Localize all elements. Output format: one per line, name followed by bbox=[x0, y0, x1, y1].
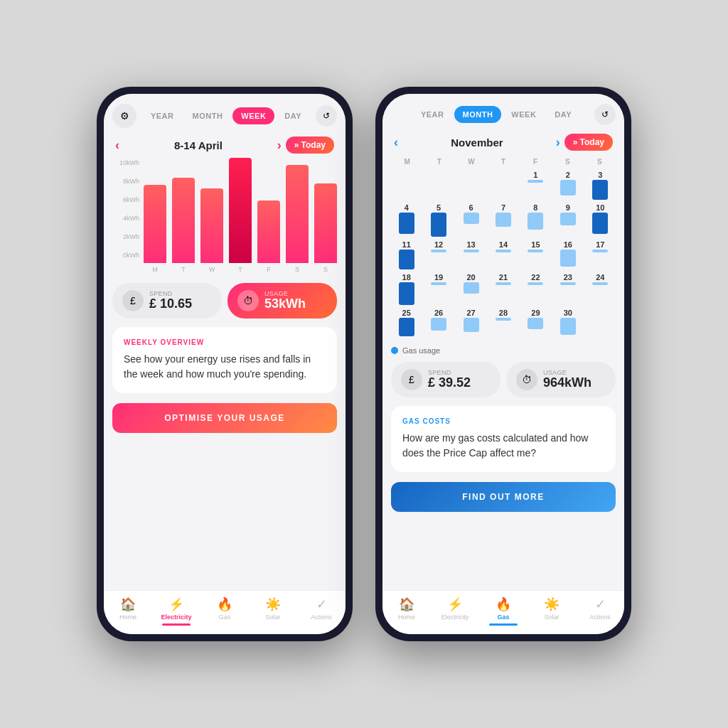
date-nav-2: ‹ November › » Today bbox=[382, 131, 624, 154]
info-label-1: WEEKLY OVERVIEW bbox=[124, 338, 326, 346]
nav-electricity-1[interactable]: ⚡ Electricity bbox=[152, 596, 200, 626]
nav-gas-2[interactable]: 🔥 Gas bbox=[479, 596, 528, 626]
cal-day-27[interactable]: 27 bbox=[456, 308, 486, 338]
usage-card-2: ⏱ Usage 964kWh bbox=[506, 362, 616, 397]
nav-home-1[interactable]: 🏠 Home bbox=[104, 596, 152, 626]
cta-button-1[interactable]: OPTIMISE YOUR USAGE bbox=[112, 403, 337, 433]
date-nav-1: ‹ 8-14 April › » Today bbox=[104, 134, 346, 156]
tab-week-1[interactable]: WEEK bbox=[232, 107, 274, 124]
period-tabs-2: YEAR MONTH WEEK DAY bbox=[401, 106, 592, 123]
phone-electricity: ⚙ YEAR MONTH WEEK DAY ↺ ‹ 8-14 April › »… bbox=[97, 87, 353, 641]
cal-empty-3: x bbox=[456, 170, 486, 201]
cal-day-3[interactable]: 3 bbox=[585, 170, 616, 201]
tab-year-2[interactable]: YEAR bbox=[412, 106, 453, 123]
bar-tuesday: T bbox=[172, 178, 195, 273]
spend-value-2: £ 39.52 bbox=[428, 376, 491, 390]
bar-wednesday: W bbox=[200, 188, 223, 273]
spend-icon-1: £ bbox=[122, 290, 144, 311]
usage-value-1: 53kWh bbox=[264, 297, 327, 311]
cal-day-14[interactable]: 14 bbox=[488, 240, 518, 271]
nav-solar-1[interactable]: ☀️ Solar bbox=[249, 596, 297, 626]
cal-day-29[interactable]: 29 bbox=[520, 308, 551, 338]
cal-day-17[interactable]: 17 bbox=[585, 240, 616, 271]
nav-solar-2[interactable]: ☀️ Solar bbox=[528, 596, 576, 626]
tab-month-2[interactable]: MONTH bbox=[454, 106, 502, 123]
date-label-2: November bbox=[451, 136, 503, 149]
calendar-grid: x x x x 1 2 3 4 5 6 7 8 9 10 11 bbox=[391, 170, 616, 338]
stats-row-1: £ Spend £ 10.65 ⏱ Usage 53kWh bbox=[104, 279, 346, 323]
cal-day-20[interactable]: 20 bbox=[456, 272, 486, 306]
cal-empty-1: x bbox=[391, 170, 422, 201]
tab-week-2[interactable]: WEEK bbox=[503, 106, 545, 123]
cal-day-7[interactable]: 7 bbox=[488, 203, 518, 238]
cal-day-30[interactable]: 30 bbox=[552, 308, 583, 338]
calendar-area: M T W T F S S x x x x 1 2 3 bbox=[382, 154, 624, 343]
tab-year-1[interactable]: YEAR bbox=[142, 107, 183, 124]
tab-month-1[interactable]: MONTH bbox=[184, 107, 232, 124]
cal-day-16[interactable]: 16 bbox=[552, 240, 583, 271]
today-label-2: Today bbox=[580, 137, 604, 147]
stats-row-2: £ Spend £ 39.52 ⏱ Usage 964kWh bbox=[382, 358, 624, 402]
cal-empty-4: x bbox=[488, 170, 518, 201]
bar-thursday: T bbox=[229, 158, 252, 273]
spend-icon-2: £ bbox=[401, 369, 422, 390]
nav-electricity-2[interactable]: ⚡ Electricity bbox=[431, 596, 479, 626]
cal-day-13[interactable]: 13 bbox=[456, 240, 486, 271]
cal-day-22[interactable]: 22 bbox=[520, 272, 551, 306]
refresh-button-2[interactable]: ↺ bbox=[594, 104, 616, 125]
nav-actions-1[interactable]: ✓ Actions bbox=[297, 596, 346, 626]
next-arrow-1[interactable]: › bbox=[277, 138, 282, 153]
settings-icon[interactable]: ⚙ bbox=[112, 104, 136, 128]
bar-sunday: S bbox=[314, 183, 337, 273]
cal-day-19[interactable]: 19 bbox=[423, 272, 454, 306]
usage-value-2: 964kWh bbox=[543, 376, 606, 390]
cal-day-26[interactable]: 26 bbox=[423, 308, 454, 338]
cal-day-2[interactable]: 2 bbox=[552, 170, 583, 201]
cal-day-8[interactable]: 8 bbox=[520, 203, 551, 238]
nav-actions-2[interactable]: ✓ Actions bbox=[576, 596, 624, 626]
info-card-2: GAS COSTS How are my gas costs calculate… bbox=[391, 406, 616, 472]
cal-day-25[interactable]: 25 bbox=[391, 308, 422, 338]
bottom-nav-2: 🏠 Home ⚡ Electricity 🔥 Gas ☀️ Solar bbox=[382, 590, 624, 634]
cta-button-2[interactable]: FIND OUT MORE bbox=[391, 482, 616, 512]
tab-bar-electricity: ⚙ YEAR MONTH WEEK DAY ↺ bbox=[104, 94, 346, 134]
tab-day-2[interactable]: DAY bbox=[546, 106, 580, 123]
cal-day-9[interactable]: 9 bbox=[552, 203, 583, 238]
cal-day-6[interactable]: 6 bbox=[456, 203, 486, 238]
scene: ⚙ YEAR MONTH WEEK DAY ↺ ‹ 8-14 April › »… bbox=[0, 0, 728, 728]
cal-day-28[interactable]: 28 bbox=[488, 308, 518, 338]
next-arrow-2[interactable]: › bbox=[556, 135, 560, 150]
cal-day-23[interactable]: 23 bbox=[552, 272, 583, 306]
cal-day-11[interactable]: 11 bbox=[391, 240, 422, 271]
cal-day-12[interactable]: 12 bbox=[423, 240, 454, 271]
nav-home-2[interactable]: 🏠 Home bbox=[382, 596, 431, 626]
prev-arrow-1[interactable]: ‹ bbox=[115, 138, 119, 153]
cal-day-10[interactable]: 10 bbox=[585, 203, 616, 238]
phone-gas: YEAR MONTH WEEK DAY ↺ ‹ November › » Tod… bbox=[375, 87, 631, 641]
cal-day-18[interactable]: 18 bbox=[391, 272, 422, 306]
date-label-1: 8-14 April bbox=[174, 139, 223, 151]
cal-empty-2: x bbox=[423, 170, 454, 201]
gas-legend: Gas usage bbox=[382, 343, 624, 358]
usage-card-1: ⏱ Usage 53kWh bbox=[228, 283, 337, 318]
y-axis: 10kWh 8kWh 6kWh 4kWh 2kWh 0kWh bbox=[112, 159, 142, 259]
today-button-1[interactable]: » Today bbox=[286, 136, 334, 154]
cal-day-24[interactable]: 24 bbox=[585, 272, 616, 306]
info-text-1: See how your energy use rises and falls … bbox=[124, 352, 326, 382]
bottom-nav-1: 🏠 Home ⚡ Electricity 🔥 Gas ☀️ Solar bbox=[104, 590, 346, 634]
cal-day-21[interactable]: 21 bbox=[488, 272, 518, 306]
usage-icon-2: ⏱ bbox=[516, 369, 537, 390]
today-button-2[interactable]: » Today bbox=[564, 134, 613, 151]
tab-day-1[interactable]: DAY bbox=[276, 107, 310, 124]
info-card-1: WEEKLY OVERVIEW See how your energy use … bbox=[112, 327, 337, 393]
cal-day-4[interactable]: 4 bbox=[391, 203, 422, 238]
nav-gas-1[interactable]: 🔥 Gas bbox=[200, 596, 249, 626]
bar-saturday: S bbox=[286, 165, 309, 273]
cal-day-1[interactable]: 1 bbox=[520, 170, 551, 201]
prev-arrow-2[interactable]: ‹ bbox=[394, 135, 398, 150]
spend-card-1: £ Spend £ 10.65 bbox=[112, 283, 222, 318]
refresh-button-1[interactable]: ↺ bbox=[316, 105, 337, 127]
bar-chart: 10kWh 8kWh 6kWh 4kWh 2kWh 0kWh M T bbox=[112, 159, 337, 273]
cal-day-5[interactable]: 5 bbox=[423, 203, 454, 238]
cal-day-15[interactable]: 15 bbox=[520, 240, 551, 271]
